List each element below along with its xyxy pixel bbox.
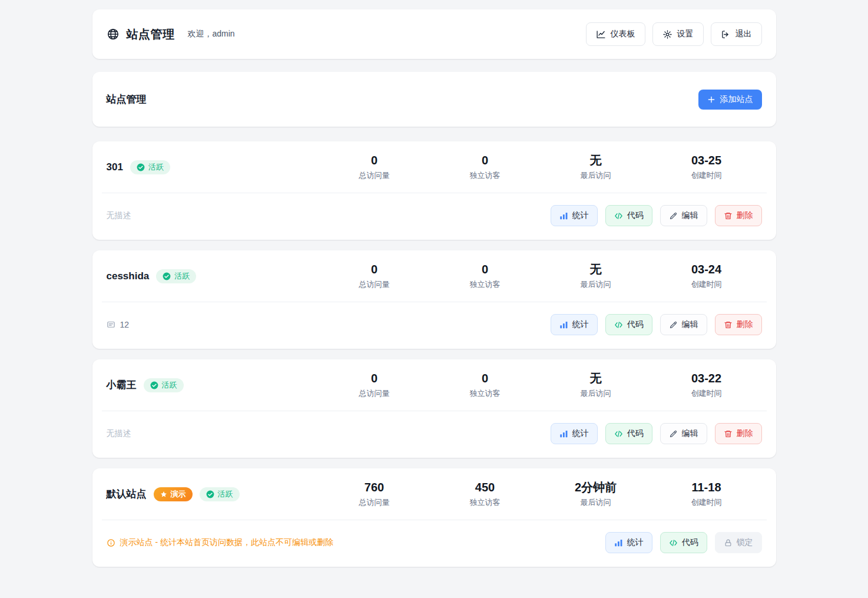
site-actions: 统计 代码 编辑 删除 bbox=[551, 423, 762, 444]
settings-button[interactable]: 设置 bbox=[652, 22, 704, 46]
site-stats: 760 总访问量 450 独立访客 2分钟前 最后访问 11-18 创建时间 bbox=[319, 480, 762, 508]
stat-total-visits: 760 总访问量 bbox=[319, 480, 430, 508]
site-card-bottom: 无描述 统计 代码 编辑 bbox=[92, 411, 776, 458]
add-site-label: 添加站点 bbox=[720, 94, 753, 105]
stat-created: 03-24 创建时间 bbox=[651, 262, 762, 290]
edit-button[interactable]: 编辑 bbox=[660, 423, 707, 444]
site-name: 301 bbox=[107, 161, 123, 173]
gear-icon bbox=[662, 29, 672, 39]
message-square-icon bbox=[107, 321, 115, 329]
site-name: 小霸王 bbox=[107, 378, 137, 392]
stat-label: 创建时间 bbox=[651, 279, 762, 290]
code-icon bbox=[614, 321, 623, 329]
logout-icon bbox=[721, 29, 731, 39]
stat-value: 760 bbox=[319, 480, 430, 494]
code-button-label: 代码 bbox=[682, 537, 698, 548]
site-card-top: 301 活跃 0 总访问量 0 独立访客 无 bbox=[92, 141, 776, 193]
code-button-label: 代码 bbox=[627, 319, 644, 330]
stat-label: 总访问量 bbox=[319, 279, 430, 290]
site-identity: 小霸王 活跃 bbox=[107, 378, 184, 392]
stat-unique-visitors: 450 独立访客 bbox=[430, 480, 541, 508]
dashboard-button[interactable]: 仪表板 bbox=[586, 22, 645, 46]
trash-icon bbox=[724, 321, 733, 329]
stat-value: 0 bbox=[319, 153, 430, 167]
site-card: 301 活跃 0 总访问量 0 独立访客 无 bbox=[92, 141, 776, 240]
demo-badge: 演示 bbox=[154, 487, 193, 501]
check-circle-icon bbox=[150, 381, 158, 389]
code-button[interactable]: 代码 bbox=[605, 314, 652, 335]
plus-icon bbox=[707, 95, 715, 104]
code-button[interactable]: 代码 bbox=[605, 423, 652, 444]
site-description-text: 演示站点 - 统计本站首页访问数据，此站点不可编辑或删除 bbox=[120, 537, 333, 548]
site-card-top: 小霸王 活跃 0 总访问量 0 独立访客 无 bbox=[92, 359, 776, 411]
demo-badge-label: 演示 bbox=[171, 490, 186, 499]
stat-created: 03-22 创建时间 bbox=[651, 371, 762, 399]
site-identity: 301 活跃 bbox=[107, 160, 170, 174]
stats-button-label: 统计 bbox=[572, 210, 589, 221]
stats-button-label: 统计 bbox=[572, 319, 589, 330]
lock-icon bbox=[724, 538, 733, 547]
stats-button[interactable]: 统计 bbox=[551, 205, 598, 226]
stat-value: 无 bbox=[541, 262, 651, 276]
site-description: 无描述 bbox=[107, 428, 131, 439]
site-actions: 统计 代码 锁定 bbox=[605, 532, 762, 553]
lock-button: 锁定 bbox=[715, 532, 762, 553]
status-badge-active: 活跃 bbox=[200, 487, 240, 501]
delete-button[interactable]: 删除 bbox=[715, 205, 762, 226]
stat-created: 11-18 创建时间 bbox=[651, 480, 762, 508]
lock-button-label: 锁定 bbox=[737, 537, 753, 548]
status-badge-active: 活跃 bbox=[156, 269, 196, 283]
code-button[interactable]: 代码 bbox=[660, 532, 707, 553]
stat-label: 最后访问 bbox=[541, 279, 651, 290]
delete-button-label: 删除 bbox=[737, 210, 753, 221]
status-badge-label: 活跃 bbox=[218, 490, 233, 499]
stats-button[interactable]: 统计 bbox=[605, 532, 652, 553]
code-button[interactable]: 代码 bbox=[605, 205, 652, 226]
line-chart-icon bbox=[596, 29, 606, 39]
add-site-button[interactable]: 添加站点 bbox=[698, 90, 762, 110]
welcome-text: 欢迎，admin bbox=[188, 29, 235, 39]
site-card: cesshida 活跃 0 总访问量 0 独立访客 无 bbox=[92, 250, 776, 349]
stat-label: 独立访客 bbox=[430, 279, 541, 290]
edit-button-label: 编辑 bbox=[682, 319, 698, 330]
code-button-label: 代码 bbox=[627, 428, 644, 439]
pencil-icon bbox=[669, 321, 678, 329]
info-icon bbox=[107, 538, 115, 547]
stat-label: 最后访问 bbox=[541, 497, 651, 508]
stats-button[interactable]: 统计 bbox=[551, 423, 598, 444]
status-badge-label: 活跃 bbox=[174, 272, 190, 281]
stat-value: 03-25 bbox=[651, 153, 762, 167]
stats-button-label: 统计 bbox=[572, 428, 589, 439]
page-container: 站点管理 欢迎，admin 仪表板 设置 bbox=[92, 0, 776, 598]
site-card-top: 默认站点 演示 活跃 760 总访问量 bbox=[92, 468, 776, 520]
stat-label: 最后访问 bbox=[541, 170, 651, 181]
stat-value: 0 bbox=[430, 371, 541, 385]
delete-button[interactable]: 删除 bbox=[715, 423, 762, 444]
pencil-icon bbox=[669, 429, 678, 438]
site-stats: 0 总访问量 0 独立访客 无 最后访问 03-24 创建时间 bbox=[319, 262, 762, 290]
trash-icon bbox=[724, 212, 733, 220]
stat-total-visits: 0 总访问量 bbox=[319, 262, 430, 290]
logout-button[interactable]: 退出 bbox=[711, 22, 762, 46]
site-card: 小霸王 活跃 0 总访问量 0 独立访客 无 bbox=[92, 359, 776, 458]
stat-value: 0 bbox=[319, 371, 430, 385]
stat-label: 总访问量 bbox=[319, 388, 430, 399]
stat-label: 创建时间 bbox=[651, 497, 762, 508]
stat-label: 总访问量 bbox=[319, 497, 430, 508]
site-card-bottom: 无描述 统计 代码 编辑 bbox=[92, 193, 776, 240]
stat-label: 创建时间 bbox=[651, 170, 762, 181]
site-actions: 统计 代码 编辑 删除 bbox=[551, 314, 762, 335]
stat-value: 450 bbox=[430, 480, 541, 494]
globe-icon bbox=[107, 28, 120, 41]
stat-value: 无 bbox=[541, 371, 651, 385]
trash-icon bbox=[724, 429, 733, 438]
site-card-bottom: 演示站点 - 统计本站首页访问数据，此站点不可编辑或删除 统计 代码 bbox=[92, 520, 776, 567]
header-left: 站点管理 欢迎，admin bbox=[107, 27, 235, 42]
delete-button[interactable]: 删除 bbox=[715, 314, 762, 335]
edit-button[interactable]: 编辑 bbox=[660, 314, 707, 335]
edit-button-label: 编辑 bbox=[682, 428, 698, 439]
logout-label: 退出 bbox=[736, 29, 752, 39]
code-icon bbox=[669, 538, 678, 547]
edit-button[interactable]: 编辑 bbox=[660, 205, 707, 226]
stats-button[interactable]: 统计 bbox=[551, 314, 598, 335]
